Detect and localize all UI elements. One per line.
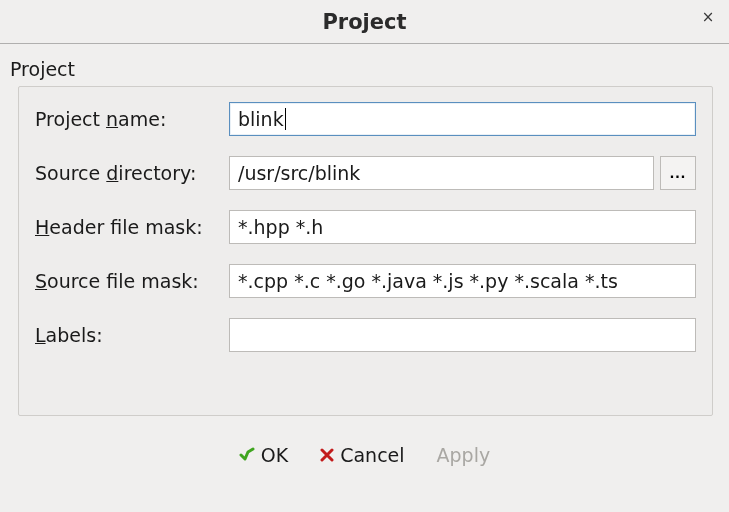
ok-button[interactable]: OK: [233, 442, 294, 468]
window-title: Project: [322, 10, 406, 34]
row-header-mask: Header file mask:: [35, 209, 696, 245]
label-project-name: Project name:: [35, 108, 223, 130]
dialog-button-bar: OK Cancel Apply: [0, 442, 729, 468]
header-mask-input[interactable]: [229, 210, 696, 244]
labels-input[interactable]: [229, 318, 696, 352]
project-name-input-wrap: [229, 102, 696, 136]
row-labels: Labels:: [35, 317, 696, 353]
browse-directory-button[interactable]: ...: [660, 156, 696, 190]
text-caret: [285, 108, 286, 130]
source-directory-input[interactable]: [229, 156, 654, 190]
source-mask-input[interactable]: [229, 264, 696, 298]
label-source-mask: Source file mask:: [35, 270, 223, 292]
project-name-input[interactable]: [229, 102, 696, 136]
apply-button: Apply: [431, 442, 497, 468]
group-caption: Project: [0, 44, 729, 86]
close-icon[interactable]: ×: [699, 8, 717, 26]
cancel-x-icon: [320, 448, 334, 462]
apply-button-label: Apply: [437, 444, 491, 466]
row-source-directory: Source directory: ...: [35, 155, 696, 191]
ok-check-icon: [239, 447, 255, 463]
title-bar: Project ×: [0, 0, 729, 44]
label-source-directory: Source directory:: [35, 162, 223, 184]
row-project-name: Project name:: [35, 101, 696, 137]
label-header-mask: Header file mask:: [35, 216, 223, 238]
project-group: Project name: Source directory: ... Head…: [18, 86, 713, 416]
cancel-button[interactable]: Cancel: [314, 442, 410, 468]
cancel-button-label: Cancel: [340, 444, 404, 466]
label-labels: Labels:: [35, 324, 223, 346]
row-source-mask: Source file mask:: [35, 263, 696, 299]
ok-button-label: OK: [261, 444, 288, 466]
